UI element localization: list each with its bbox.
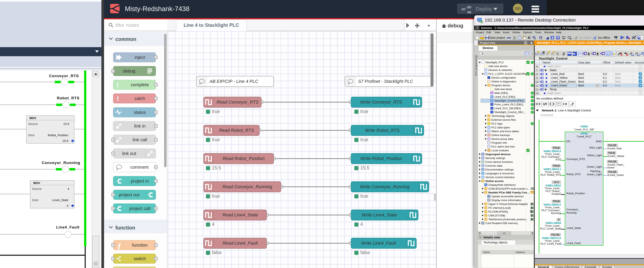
svg-text:??: ??	[557, 103, 560, 105]
svg-text:1: 1	[546, 37, 548, 39]
svg-text:RT: RT	[570, 38, 572, 40]
svg-text:?: ?	[616, 38, 617, 40]
